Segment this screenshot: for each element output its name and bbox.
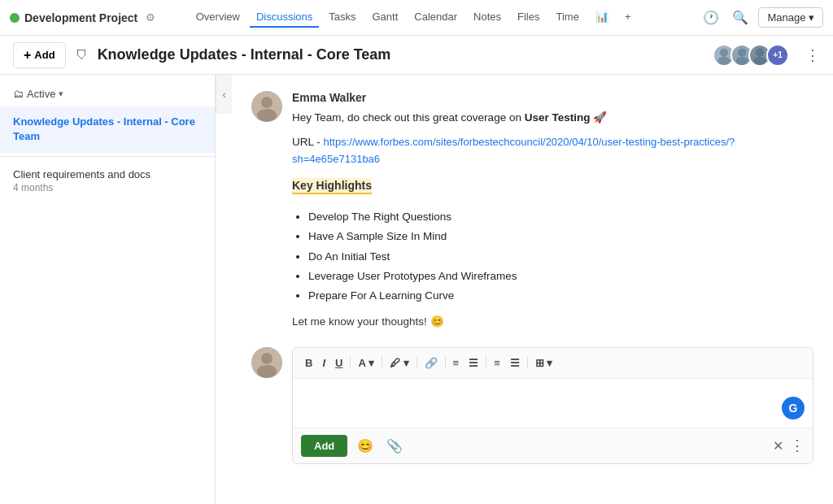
svg-point-2 [738, 48, 746, 56]
message-post: Emma Walker Hey Team, do check out this … [251, 91, 813, 328]
sidebar-item-client-subtitle: 4 months [13, 182, 202, 193]
clock-icon-btn[interactable]: 🕐 [700, 7, 722, 28]
avatar-stack: +1 [713, 44, 789, 67]
svg-point-7 [261, 97, 273, 108]
highlight-button[interactable]: 🖊 ▾ [386, 354, 413, 371]
ordered-list-button[interactable]: ≡ [449, 354, 464, 371]
svg-point-10 [261, 353, 273, 364]
nav-chart-icon[interactable]: 📊 [589, 7, 615, 28]
message-text: Hey Team, do check out this great covera… [292, 109, 813, 127]
toolbar-sep-5 [486, 356, 486, 369]
toolbar-sep-2 [382, 356, 382, 369]
message-body: Emma Walker Hey Team, do check out this … [292, 91, 813, 328]
filter-icon[interactable]: ⛉ [76, 48, 88, 62]
svg-point-4 [756, 48, 764, 56]
nav-discussions[interactable]: Discussions [250, 7, 319, 28]
sidebar-item-client[interactable]: Client requirements and docs 4 months [0, 160, 215, 202]
reply-section: B I U A ▾ 🖊 ▾ 🔗 ≡ ☰ ≡ ☰ ⊞ ▾ [251, 347, 813, 464]
table-button[interactable]: ⊞ ▾ [531, 354, 557, 371]
search-icon-btn[interactable]: 🔍 [729, 7, 752, 28]
nav-right: 🕐 🔍 Manage ▾ [700, 7, 823, 28]
list-item: Prepare For A Learning Curve [308, 286, 813, 306]
list-item: Leverage User Prototypes And Wireframes [308, 267, 813, 286]
editor-add-button[interactable]: Add [301, 435, 347, 457]
main-layout: 🗂 Active ▾ Knowledge Updates - Internal … [0, 75, 833, 504]
message-url-line: URL - https://www.forbes.com/sites/forbe… [292, 133, 813, 169]
nav-plus[interactable]: + [618, 7, 638, 28]
nav-notes[interactable]: Notes [467, 7, 508, 28]
svg-point-8 [257, 109, 277, 122]
list-item: Develop The Right Questions [308, 207, 813, 227]
emoji-button[interactable]: 😊 [354, 437, 377, 455]
nav-calendar[interactable]: Calendar [408, 7, 464, 28]
ai-assist-button[interactable]: G [782, 397, 805, 419]
editor-more-button[interactable]: ⋮ [790, 437, 805, 454]
sidebar-collapse-button[interactable]: ‹ [216, 75, 232, 114]
reply-avatar [251, 347, 282, 378]
toolbar-row: + Add ⛉ Knowledge Updates - Internal - C… [0, 36, 833, 75]
svg-point-5 [753, 56, 765, 64]
sidebar-divider [0, 156, 215, 157]
nav-files[interactable]: Files [511, 7, 546, 28]
bold-button[interactable]: B [301, 354, 316, 371]
nav-gantt[interactable]: Gantt [366, 7, 405, 28]
author-avatar [251, 91, 282, 122]
nav-tasks[interactable]: Tasks [322, 7, 362, 28]
unordered-list-button[interactable]: ☰ [464, 354, 482, 371]
sidebar-item-knowledge-title: Knowledge Updates - Internal - Core Team [13, 115, 202, 144]
sidebar-active-filter[interactable]: 🗂 Active ▾ [0, 85, 215, 106]
msg-bold-text: User Testing [525, 111, 591, 124]
italic-button[interactable]: I [318, 354, 329, 371]
svg-point-11 [257, 365, 277, 378]
toolbar-sep-6 [527, 356, 528, 369]
key-highlights-label: Key Highlights [292, 178, 372, 194]
list-item: Do An Initial Test [308, 247, 813, 267]
add-label: Add [34, 49, 55, 61]
reply-editor: B I U A ▾ 🖊 ▾ 🔗 ≡ ☰ ≡ ☰ ⊞ ▾ [292, 347, 813, 464]
font-color-button[interactable]: A ▾ [354, 354, 378, 371]
plus-icon: + [24, 48, 31, 63]
nav-time[interactable]: Time [549, 7, 585, 28]
content-area: Emma Walker Hey Team, do check out this … [232, 75, 833, 504]
nav-links: Overview Discussions Tasks Gantt Calenda… [190, 7, 638, 28]
avatar-plus-count: +1 [766, 44, 789, 67]
svg-point-3 [735, 56, 748, 64]
active-label: Active [27, 88, 55, 100]
folder-icon: 🗂 [13, 88, 24, 100]
manage-button[interactable]: Manage ▾ [758, 7, 823, 28]
author-name: Emma Walker [292, 91, 813, 104]
more-options-icon[interactable]: ⋮ [805, 46, 820, 64]
editor-body[interactable]: G [293, 379, 813, 428]
nav-overview[interactable]: Overview [190, 7, 246, 28]
outdent-button[interactable]: ☰ [506, 354, 524, 371]
toolbar-sep-4 [445, 356, 446, 369]
highlights-list: Develop The Right Questions Have A Sampl… [292, 207, 813, 306]
editor-toolbar: B I U A ▾ 🖊 ▾ 🔗 ≡ ☰ ≡ ☰ ⊞ ▾ [293, 348, 813, 379]
chevron-down-icon: ▾ [59, 89, 63, 99]
link-button[interactable]: 🔗 [421, 354, 442, 371]
sidebar-item-knowledge[interactable]: Knowledge Updates - Internal - Core Team [0, 106, 215, 153]
editor-close-button[interactable]: ✕ [773, 438, 783, 454]
editor-footer: Add 😊 📎 ✕ ⋮ [293, 428, 813, 463]
url-prefix: URL - [292, 136, 324, 148]
discussion-title: Knowledge Updates - Internal - Core Team [98, 46, 391, 63]
add-button[interactable]: + Add [13, 42, 66, 68]
indent-button[interactable]: ≡ [490, 354, 504, 371]
message-closing: Let me know your thoughts! 😊 [292, 315, 813, 328]
msg-intro: Hey Team, do check out this great covera… [292, 111, 525, 124]
sidebar: 🗂 Active ▾ Knowledge Updates - Internal … [0, 75, 216, 504]
project-name: Development Project [24, 11, 137, 24]
toolbar-sep-1 [350, 356, 351, 369]
attachment-button[interactable]: 📎 [383, 437, 406, 455]
list-item: Have A Sample Size In Mind [308, 227, 813, 246]
svg-point-0 [720, 48, 728, 56]
article-link[interactable]: https://www.forbes.com/sites/forbestechc… [292, 136, 735, 166]
top-nav: Development Project ⚙ Overview Discussio… [0, 0, 833, 36]
toolbar-sep-3 [416, 356, 417, 369]
svg-point-1 [717, 56, 730, 64]
underline-button[interactable]: U [331, 354, 347, 371]
project-status-dot [10, 13, 20, 23]
sidebar-item-client-title: Client requirements and docs [13, 168, 202, 180]
msg-emoji: 🚀 [593, 111, 607, 124]
gear-icon[interactable]: ⚙ [146, 11, 155, 24]
